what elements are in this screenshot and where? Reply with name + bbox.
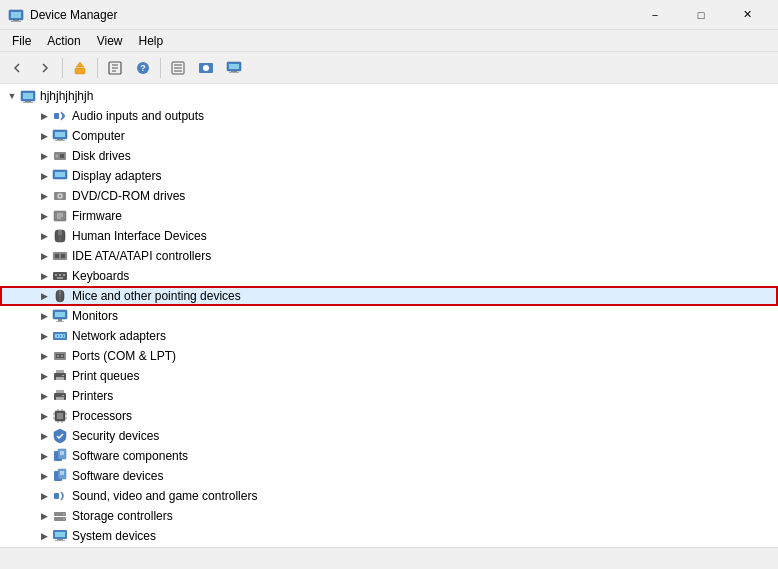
tree-root[interactable]: ▼ hjhjhjhjhjh — [0, 86, 778, 106]
item-label: Display adapters — [72, 169, 161, 183]
svg-point-37 — [59, 195, 61, 197]
processor-icon — [52, 408, 68, 424]
expand-icon: ▶ — [36, 428, 52, 444]
svg-rect-103 — [55, 540, 65, 541]
list-item[interactable]: ▶ Software devices — [0, 466, 778, 486]
list-item[interactable]: ▶ Ports (COM & LPT) — [0, 346, 778, 366]
title-bar: Device Manager − □ ✕ — [0, 0, 778, 30]
item-label: Sound, video and game controllers — [72, 489, 257, 503]
maximize-button[interactable]: □ — [678, 0, 724, 30]
list-item[interactable]: ▶ Network adapters — [0, 326, 778, 346]
svg-rect-76 — [62, 395, 64, 396]
computer-button[interactable] — [221, 55, 247, 81]
menu-file[interactable]: File — [4, 32, 39, 50]
audio-icon — [52, 108, 68, 124]
svg-rect-58 — [58, 319, 62, 321]
list-item[interactable]: ▶ Printers — [0, 386, 778, 406]
list-item[interactable]: ▶ Audio inputs and outputs — [0, 106, 778, 126]
minimize-button[interactable]: − — [632, 0, 678, 30]
item-label: Processors — [72, 409, 132, 423]
help-button[interactable]: ? — [130, 55, 156, 81]
up-button[interactable] — [67, 55, 93, 81]
svg-rect-57 — [55, 312, 65, 317]
list-button[interactable] — [165, 55, 191, 81]
toolbar: ? — [0, 52, 778, 84]
svg-rect-27 — [55, 132, 65, 137]
update-button[interactable] — [193, 55, 219, 81]
svg-rect-101 — [55, 532, 65, 537]
list-item[interactable]: ▶ Storage controllers — [0, 506, 778, 526]
menu-help[interactable]: Help — [131, 32, 172, 50]
expand-icon: ▶ — [36, 128, 52, 144]
item-label: Keyboards — [72, 269, 129, 283]
svg-rect-25 — [54, 113, 59, 119]
toolbar-separator-2 — [97, 58, 98, 78]
list-item[interactable]: ▶ Print queues — [0, 366, 778, 386]
tree-view[interactable]: ▼ hjhjhjhjhjh ▶ Audio inp — [0, 84, 778, 547]
list-item[interactable]: ▶ DVD/CD-ROM drives — [0, 186, 778, 206]
svg-point-32 — [55, 154, 59, 158]
svg-rect-29 — [55, 140, 65, 141]
item-label: Audio inputs and outputs — [72, 109, 204, 123]
menu-action[interactable]: Action — [39, 32, 88, 50]
expand-icon: ▶ — [36, 528, 52, 544]
svg-rect-64 — [63, 335, 64, 337]
list-item[interactable]: ▶ IDE ATA/ATAPI controllers — [0, 246, 778, 266]
list-item[interactable]: ▶ Disk drives — [0, 146, 778, 166]
item-label: Ports (COM & LPT) — [72, 349, 176, 363]
list-item[interactable]: ▶ Keyboards — [0, 266, 778, 286]
menu-view[interactable]: View — [89, 32, 131, 50]
mice-item[interactable]: ▶ Mice and other pointing devices — [0, 286, 778, 306]
svg-point-99 — [63, 518, 65, 520]
expand-icon: ▶ — [36, 388, 52, 404]
list-item[interactable]: ▶ Computer — [0, 126, 778, 146]
expand-icon: ▶ — [36, 248, 52, 264]
item-label: Human Interface Devices — [72, 229, 207, 243]
list-item[interactable]: ▶ Monitors — [0, 306, 778, 326]
expand-icon: ▶ — [36, 168, 52, 184]
expand-icon: ▶ — [36, 348, 52, 364]
item-label: Print queues — [72, 369, 139, 383]
root-label: hjhjhjhjhjh — [40, 89, 93, 103]
network-icon — [52, 328, 68, 344]
svg-point-67 — [57, 355, 59, 357]
list-item[interactable]: ▶ Security devices — [0, 426, 778, 446]
forward-button[interactable] — [32, 55, 58, 81]
item-label: System devices — [72, 529, 156, 543]
item-label: Network adapters — [72, 329, 166, 343]
svg-point-98 — [63, 513, 65, 515]
svg-rect-19 — [231, 71, 237, 72]
list-item[interactable]: ▶ Human Interface Devices — [0, 226, 778, 246]
list-item[interactable]: ▶ Processors — [0, 406, 778, 426]
svg-rect-18 — [229, 64, 239, 69]
close-button[interactable]: ✕ — [724, 0, 770, 30]
firmware-icon — [52, 208, 68, 224]
back-button[interactable] — [4, 55, 30, 81]
expand-icon: ▶ — [36, 148, 52, 164]
toolbar-separator-1 — [62, 58, 63, 78]
print-queue-icon — [52, 368, 68, 384]
svg-rect-49 — [55, 274, 57, 276]
svg-rect-50 — [59, 274, 61, 276]
svg-rect-59 — [56, 321, 64, 322]
list-item[interactable]: ▶ Display adapters — [0, 166, 778, 186]
disk-icon — [52, 148, 68, 164]
svg-rect-71 — [56, 377, 64, 380]
root-expand-icon: ▼ — [4, 88, 20, 104]
list-item[interactable]: ▶ Firmware — [0, 206, 778, 226]
dvd-icon — [52, 188, 68, 204]
list-item[interactable]: ▶ Software components — [0, 446, 778, 466]
item-label: Printers — [72, 389, 113, 403]
list-item[interactable]: ▶ System devices — [0, 526, 778, 546]
item-label: Security devices — [72, 429, 159, 443]
svg-rect-62 — [57, 335, 58, 337]
svg-text:?: ? — [140, 63, 146, 73]
item-label: DVD/CD-ROM drives — [72, 189, 185, 203]
svg-rect-1 — [11, 12, 21, 18]
list-item[interactable]: ▶ Sound, video and game controllers — [0, 486, 778, 506]
svg-rect-63 — [60, 335, 61, 337]
window-controls: − □ ✕ — [632, 0, 770, 30]
properties-button[interactable] — [102, 55, 128, 81]
expand-icon: ▶ — [36, 288, 52, 304]
list-item[interactable]: ▶ Universal Serial Bus controllers — [0, 546, 778, 547]
